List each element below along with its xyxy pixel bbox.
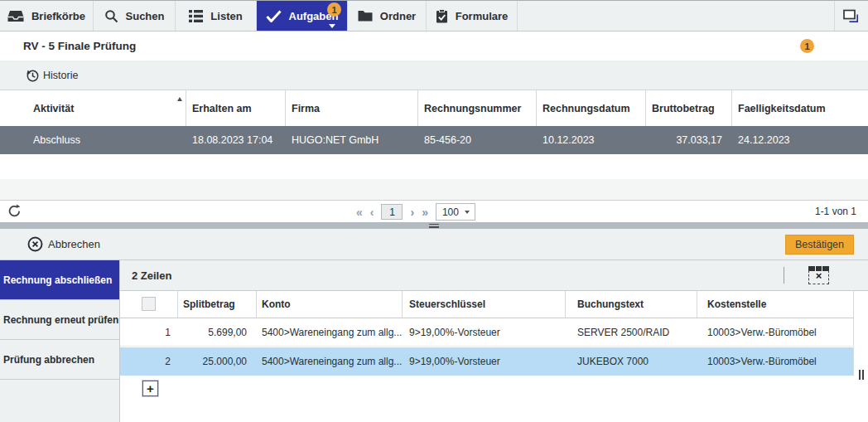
resize-grip-icon[interactable] xyxy=(859,370,864,380)
cell-buchungstext: SERVER 2500/RAID xyxy=(566,318,697,346)
next-page-button[interactable]: › xyxy=(410,206,414,218)
history-button[interactable]: Historie xyxy=(25,68,78,83)
workflow-item-rechnung-abschliessen[interactable]: Rechnung abschließen xyxy=(0,260,119,300)
cell-bruttobetrag: 37.033,17 xyxy=(646,126,732,154)
cell-row-number: 2 xyxy=(120,347,178,376)
cell-konto: 5400>Wareneingang zum allg... xyxy=(257,347,403,376)
column-header-aktivitaet[interactable]: Aktivität xyxy=(0,90,186,126)
inbox-icon xyxy=(7,10,24,22)
detach-window-button[interactable] xyxy=(835,1,868,31)
confirm-button[interactable]: Bestätigen xyxy=(785,235,854,255)
workflow-item-rechnung-erneut-pruefen[interactable]: Rechnung erneut prüfen xyxy=(0,300,119,340)
page-size-select[interactable]: 100 xyxy=(436,203,475,221)
column-header-rechnungsnummer[interactable]: Rechnungsnummer xyxy=(418,90,537,126)
toolbar-item-listen[interactable]: Listen xyxy=(176,1,257,31)
first-page-button[interactable]: « xyxy=(356,206,363,218)
split-table-toolbar: 2 Zeilen × xyxy=(120,260,868,291)
column-header-faelligkeitsdatum[interactable]: Faelligkeitsdatum xyxy=(732,90,868,126)
toolbar-label: Formulare xyxy=(456,10,509,22)
cell-rechnungsdatum: 10.12.2023 xyxy=(537,126,646,154)
sort-asc-icon xyxy=(177,97,182,101)
cell-erhalten-am: 18.08.2023 17:04 xyxy=(186,126,286,154)
toolbar-item-formulare[interactable]: Formulare xyxy=(427,1,518,31)
column-header-firma[interactable]: Firma xyxy=(286,90,418,126)
page-number-input[interactable]: 1 xyxy=(381,204,403,220)
split-table-panel: 2 Zeilen × Splitbetrag Konto Steuerschlü… xyxy=(120,260,868,422)
toolbar-item-suchen[interactable]: Suchen xyxy=(94,1,176,31)
empty-row-area xyxy=(0,179,868,200)
pagination-controls: « ‹ 1 › » 100 xyxy=(356,201,475,223)
toolbar-separator xyxy=(784,267,784,284)
add-row-button[interactable]: + xyxy=(142,381,158,396)
table-x-icon: × xyxy=(808,269,830,284)
circle-x-icon xyxy=(27,236,43,252)
toolbar-label: Listen xyxy=(210,10,242,22)
search-icon xyxy=(104,9,118,23)
main-toolbar: Briefkörbe Suchen Listen xyxy=(0,1,868,32)
history-clock-icon xyxy=(25,68,40,83)
list-icon xyxy=(189,10,203,22)
column-header-erhalten-am[interactable]: Erhalten am xyxy=(186,90,286,126)
cell-buchungstext: JUKEBOX 7000 xyxy=(566,347,697,376)
cell-splitbetrag: 5.699,00 xyxy=(178,318,257,346)
toolbar-item-ordner[interactable]: Ordner xyxy=(348,1,427,31)
toolbar-item-briefkoerbe[interactable]: Briefkörbe xyxy=(0,1,94,31)
column-header-konto[interactable]: Konto xyxy=(257,291,403,318)
column-header-rechnungsdatum[interactable]: Rechnungsdatum xyxy=(537,90,646,126)
page-title: RV - 5 Finale Prüfung xyxy=(23,40,136,52)
task-count-badge: 1 xyxy=(327,2,341,17)
task-title-row: RV - 5 Finale Prüfung 1 xyxy=(0,32,868,61)
overlapping-windows-icon xyxy=(842,8,861,24)
toolbar-label: Ordner xyxy=(380,10,416,22)
history-bar: Historie xyxy=(0,61,868,90)
row-count-label: 2 Zeilen xyxy=(132,269,171,282)
split-table-header: Splitbetrag Konto Steuerschlüssel Buchun… xyxy=(120,291,854,318)
cell-kostenstelle: 10003>Verw.-Büromöbel xyxy=(697,318,853,346)
column-header-steuerschluessel[interactable]: Steuerschlüssel xyxy=(403,291,566,318)
empty-row-area xyxy=(0,154,868,179)
splitter-grip[interactable] xyxy=(429,224,439,228)
cell-steuerschluessel: 9>19,00%-Vorsteuer xyxy=(403,347,566,376)
cell-konto: 5400>Wareneingang zum allg... xyxy=(257,318,403,346)
refresh-button[interactable] xyxy=(7,204,22,219)
cell-rechnungsnummer: 85-456-20 xyxy=(418,126,537,154)
refresh-icon xyxy=(7,204,22,218)
folder-icon xyxy=(358,10,373,22)
app-window: Briefkörbe Suchen Listen xyxy=(0,0,868,422)
select-all-column xyxy=(120,291,178,318)
column-header-kostenstelle[interactable]: Kostenstelle xyxy=(697,291,853,318)
cancel-button[interactable]: Abbrechen xyxy=(27,236,100,252)
column-header-buchungstext[interactable]: Buchungstext xyxy=(566,291,697,318)
toolbar-label: Briefkörbe xyxy=(31,10,85,22)
workflow-item-pruefung-abbrechen[interactable]: Prüfung abbrechen xyxy=(0,340,119,380)
workflow-action-bar: Abbrechen Bestätigen xyxy=(0,229,868,260)
column-header-splitbetrag[interactable]: Splitbetrag xyxy=(178,291,257,318)
horizontal-splitter xyxy=(0,222,868,229)
select-all-checkbox[interactable] xyxy=(142,297,156,311)
cell-firma: HUGO:NET GmbH xyxy=(286,126,418,154)
pagination-bar: « ‹ 1 › » 100 1-1 von 1 xyxy=(0,200,868,222)
chevron-down-icon xyxy=(465,211,470,214)
check-icon xyxy=(266,10,282,22)
cell-kostenstelle: 10003>Verw.-Büromöbel xyxy=(697,347,853,376)
split-row-2-selected[interactable]: 2 25.000,00 5400>Wareneingang zum allg..… xyxy=(120,347,854,376)
title-count-badge: 1 xyxy=(800,39,814,53)
cell-aktivitaet: Abschluss xyxy=(0,126,186,154)
remove-table-layout-button[interactable]: × xyxy=(808,266,830,284)
history-label: Historie xyxy=(43,70,78,81)
column-header-bruttobetrag[interactable]: Bruttobetrag xyxy=(646,90,732,126)
split-row-1[interactable]: 1 5.699,00 5400>Wareneingang zum allg...… xyxy=(120,318,854,347)
toolbar-item-aufgaben[interactable]: Aufgaben 1 xyxy=(257,1,348,31)
toolbar-spacer xyxy=(518,1,835,31)
chevron-down-icon xyxy=(329,24,335,28)
cell-steuerschluessel: 9>19,00%-Vorsteuer xyxy=(403,318,566,346)
toolbar-label: Suchen xyxy=(126,10,165,22)
cell-row-number: 1 xyxy=(120,318,178,346)
task-table-row-selected[interactable]: Abschluss 18.08.2023 17:04 HUGO:NET GmbH… xyxy=(0,126,868,154)
last-page-button[interactable]: » xyxy=(422,206,428,218)
plus-icon: + xyxy=(147,381,154,395)
prev-page-button[interactable]: ‹ xyxy=(370,206,374,218)
task-table-header: Aktivität Erhalten am Firma Rechnungsnum… xyxy=(0,90,868,126)
clipboard-icon xyxy=(436,9,448,23)
cell-splitbetrag: 25.000,00 xyxy=(178,347,257,376)
